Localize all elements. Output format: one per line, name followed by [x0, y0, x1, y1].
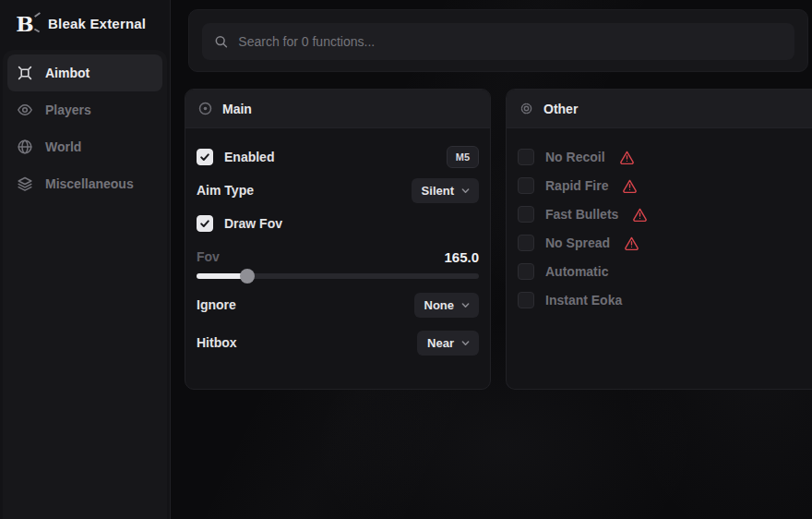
sidebar-item-aimbot[interactable]: Aimbot: [7, 54, 162, 91]
no-spread-label: No Spread: [545, 235, 610, 250]
enabled-checkbox[interactable]: [197, 149, 213, 165]
app-logo-icon: B: [13, 11, 37, 35]
hitbox-label: Hitbox: [197, 335, 237, 350]
fov-slider[interactable]: [197, 268, 479, 284]
other-panel-header: Other: [507, 90, 812, 128]
sidebar-item-label: World: [45, 139, 81, 154]
warning-icon: [619, 150, 635, 164]
sidebar-item-world[interactable]: World: [7, 128, 162, 165]
other-panel: Other No Recoil Rapid Fire: [506, 89, 812, 390]
logo-glitch-decoration: [34, 29, 40, 33]
aimbot-crosshair-icon: [17, 65, 33, 81]
enabled-row: Enabled M5: [197, 140, 479, 174]
sidebar-nav: Aimbot Players World Miscellaneous: [3, 50, 167, 519]
no-recoil-label: No Recoil: [545, 150, 605, 164]
logo-glyph: B: [16, 13, 33, 34]
main-panel: Main Enabled M5 Aim Type: [185, 89, 491, 390]
fov-label: Fov: [197, 249, 220, 264]
draw-fov-row: Draw Fov: [197, 207, 479, 240]
sidebar: B Bleak External Aimbot Players: [0, 0, 171, 519]
eye-icon: [17, 102, 33, 118]
automatic-checkbox[interactable]: [518, 263, 534, 280]
sidebar-item-label: Miscellaneous: [45, 176, 134, 191]
check-icon: [199, 151, 210, 163]
chevron-down-icon: [460, 300, 471, 310]
fast-bullets-checkbox[interactable]: [518, 206, 534, 223]
other-row-automatic: Automatic: [518, 257, 801, 285]
fov-value: 165.0: [444, 249, 479, 265]
sidebar-item-label: Aimbot: [45, 66, 90, 80]
chevron-down-icon: [460, 186, 471, 196]
sidebar-item-players[interactable]: Players: [7, 91, 162, 128]
layers-icon: [17, 175, 33, 192]
other-row-fast-bullets: Fast Bullets: [518, 199, 801, 228]
hitbox-value: Near: [427, 336, 454, 350]
ignore-value: None: [424, 298, 455, 312]
aim-type-row: Aim Type Silent: [197, 174, 479, 207]
aim-type-label: Aim Type: [197, 183, 254, 198]
rapid-fire-label: Rapid Fire: [545, 178, 608, 193]
warning-icon: [624, 235, 639, 250]
ignore-dropdown[interactable]: None: [414, 293, 480, 318]
search-input[interactable]: [238, 34, 782, 49]
fov-slider-thumb[interactable]: [240, 269, 255, 284]
other-row-instant-eoka: Instant Eoka: [518, 285, 801, 314]
instant-eoka-checkbox[interactable]: [518, 292, 534, 308]
draw-fov-label: Draw Fov: [224, 216, 282, 231]
fov-value-row: Fov 165.0: [197, 246, 479, 268]
ignore-label: Ignore: [197, 297, 236, 312]
logo-glitch-decoration: [34, 12, 41, 18]
sidebar-item-miscellaneous[interactable]: Miscellaneous: [7, 165, 162, 202]
main-panel-header: Main: [185, 90, 490, 128]
aim-type-dropdown[interactable]: Silent: [412, 178, 479, 203]
main-panel-title: Main: [222, 102, 252, 116]
chevron-down-icon: [460, 338, 471, 348]
fov-slider-track[interactable]: [197, 273, 479, 279]
other-panel-title: Other: [543, 102, 578, 116]
aim-type-value: Silent: [422, 184, 454, 198]
hitbox-row: Hitbox Near: [197, 326, 479, 359]
search-panel: [188, 9, 808, 72]
target-icon: [197, 101, 213, 116]
other-row-no-spread: No Spread: [518, 228, 801, 257]
gear-icon: [519, 101, 534, 116]
check-icon: [199, 218, 210, 229]
hitbox-dropdown[interactable]: Near: [417, 331, 479, 356]
draw-fov-checkbox[interactable]: [197, 215, 213, 232]
instant-eoka-label: Instant Eoka: [545, 293, 622, 308]
app-title: Bleak External: [48, 16, 146, 31]
keybind-badge[interactable]: M5: [447, 146, 479, 168]
fast-bullets-label: Fast Bullets: [545, 207, 618, 222]
no-recoil-checkbox[interactable]: [518, 149, 534, 165]
warning-icon: [622, 178, 638, 193]
search-icon: [214, 34, 228, 49]
sidebar-item-label: Players: [45, 103, 91, 117]
warning-icon: [632, 207, 648, 222]
other-row-rapid-fire: Rapid Fire: [518, 171, 801, 199]
app-logo-row: B Bleak External: [0, 0, 170, 44]
automatic-label: Automatic: [545, 264, 608, 279]
other-row-no-recoil: No Recoil: [518, 142, 801, 171]
enabled-label: Enabled: [224, 150, 274, 164]
ignore-row: Ignore None: [197, 288, 479, 321]
search-box[interactable]: [202, 23, 794, 60]
globe-icon: [17, 139, 33, 155]
content-area: Main Enabled M5 Aim Type: [171, 0, 812, 519]
rapid-fire-checkbox[interactable]: [518, 177, 534, 194]
no-spread-checkbox[interactable]: [518, 235, 534, 251]
